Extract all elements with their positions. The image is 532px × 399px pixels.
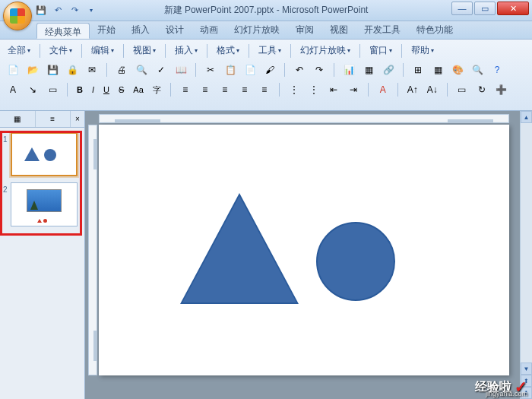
thumb-number: 2 [3, 185, 11, 194]
underline-button[interactable]: U [100, 82, 112, 97]
indent-inc-icon[interactable]: ⇥ [345, 81, 362, 98]
italic-button[interactable]: I [89, 82, 97, 97]
align-right-icon[interactable]: ≡ [217, 81, 233, 98]
color-icon[interactable]: 🎨 [449, 62, 466, 78]
office-button[interactable] [3, 2, 32, 30]
justify-icon[interactable]: ≡ [236, 81, 253, 98]
new-slide-icon[interactable]: ➕ [493, 81, 510, 98]
layout-icon[interactable]: ▭ [454, 81, 470, 98]
font-color2-icon[interactable]: A [375, 81, 391, 98]
vertical-scrollbar[interactable]: ▲ ▼ ⬆ ⬇ [520, 111, 532, 399]
hyperlink-icon[interactable]: 🔗 [380, 62, 397, 78]
menu-help[interactable]: 帮助▾ [408, 43, 437, 59]
toolbar-row-1: 📄 📂 💾 🔒 ✉ 🖨 🔍 ✓ 📖 ✂ 📋 📄 🖌 ↶ ↷ 📊 ▦ 🔗 ⊞ ▦ … [5, 62, 527, 78]
window-title: 新建 PowerPoint 2007.pptx - Microsoft Powe… [164, 4, 369, 17]
menu-insert[interactable]: 插入▾ [172, 43, 201, 59]
tab-developer[interactable]: 开发工具 [356, 21, 409, 39]
arrow-icon[interactable]: ↘ [24, 81, 41, 98]
paste-icon[interactable]: 📄 [242, 62, 258, 78]
cut-icon[interactable]: ✂ [202, 62, 219, 78]
undo-icon[interactable]: ↶ [291, 62, 308, 78]
table-icon[interactable]: ▦ [360, 62, 377, 78]
bold-button[interactable]: B [74, 82, 86, 97]
tab-home[interactable]: 开始 [90, 21, 124, 39]
close-button[interactable]: ✕ [497, 2, 529, 15]
slide-thumbnail-2[interactable] [11, 182, 78, 226]
print-icon[interactable]: 🖨 [113, 62, 130, 78]
redo-icon[interactable]: ↷ [311, 62, 328, 78]
strike-button[interactable]: S [116, 82, 127, 97]
tab-classic-menu[interactable]: 经典菜单 [36, 23, 90, 39]
scroll-track[interactable] [521, 123, 532, 363]
new-icon[interactable]: 📄 [5, 62, 21, 78]
menu-view[interactable]: 视图▾ [130, 43, 159, 59]
grow-font-icon[interactable]: A↑ [404, 81, 421, 98]
vertical-ruler[interactable] [88, 125, 97, 375]
minimize-button[interactable]: — [451, 2, 473, 15]
menu-window[interactable]: 窗口▾ [366, 43, 395, 59]
tab-design[interactable]: 设计 [158, 21, 192, 39]
align-left-icon[interactable]: ≡ [177, 81, 194, 98]
thumb-number: 1 [3, 135, 11, 144]
table-insert-icon[interactable]: ⊞ [410, 62, 426, 78]
qat-dropdown-icon[interactable]: ▾ [85, 5, 97, 17]
font-color-icon[interactable]: A [5, 81, 21, 98]
email-icon[interactable]: ✉ [84, 62, 100, 78]
distribute-icon[interactable]: ≡ [256, 81, 273, 98]
title-bar: 💾 ↶ ↷ ▾ 新建 PowerPoint 2007.pptx - Micros… [0, 0, 532, 21]
tab-animation[interactable]: 动画 [192, 21, 226, 39]
help-icon[interactable]: ? [489, 62, 505, 78]
preview-icon[interactable]: 🔍 [133, 62, 150, 78]
maximize-button[interactable]: ▭ [474, 2, 496, 15]
open-icon[interactable]: 📂 [24, 62, 41, 78]
zoom-icon[interactable]: 🔍 [469, 62, 486, 78]
format-painter-icon[interactable]: 🖌 [261, 62, 278, 78]
research-icon[interactable]: 📖 [173, 62, 189, 78]
undo-icon[interactable]: ↶ [52, 5, 64, 17]
copy-icon[interactable]: 📋 [222, 62, 239, 78]
shrink-font-icon[interactable]: A↓ [424, 81, 441, 98]
chart-icon[interactable]: 📊 [340, 62, 357, 78]
align-center-icon[interactable]: ≡ [197, 81, 214, 98]
watermark-url: jingyanla.com [486, 390, 527, 397]
reset-icon[interactable]: ↻ [473, 81, 490, 98]
thumbnails: 1 2 [0, 128, 84, 237]
tab-slideshow[interactable]: 幻灯片放映 [226, 21, 288, 39]
shape-icon[interactable]: ▭ [44, 81, 61, 98]
menu-bar: 全部▾ 文件▾ 编辑▾ 视图▾ 插入▾ 格式▾ 工具▾ 幻灯片放映▾ 窗口▾ 帮… [5, 43, 527, 59]
tab-view[interactable]: 视图 [322, 21, 356, 39]
slide-thumbnail-1[interactable] [11, 132, 78, 176]
menu-file[interactable]: 文件▾ [46, 43, 75, 59]
bullets-icon[interactable]: ⋮ [286, 81, 302, 98]
menu-format[interactable]: 格式▾ [214, 43, 242, 59]
font-button[interactable]: 字 [150, 82, 164, 97]
permission-icon[interactable]: 🔒 [64, 62, 81, 78]
window-controls: — ▭ ✕ [450, 2, 529, 15]
numbering-icon[interactable]: ⋮ [306, 81, 322, 98]
change-case-button[interactable]: Aa [130, 82, 146, 97]
scroll-down-button[interactable]: ▼ [521, 363, 532, 375]
menu-edit[interactable]: 编辑▾ [88, 43, 117, 59]
spell-icon[interactable]: ✓ [153, 62, 169, 78]
scroll-up-button[interactable]: ▲ [521, 111, 532, 123]
outline-tab[interactable]: ≡ [36, 111, 71, 127]
grid-icon[interactable]: ▦ [429, 62, 446, 78]
menu-tools[interactable]: 工具▾ [255, 43, 284, 59]
panel-close-button[interactable]: × [71, 111, 84, 127]
circle-shape[interactable] [316, 222, 395, 301]
save-icon[interactable]: 💾 [44, 62, 61, 78]
thumbnail-row: 2 [3, 182, 81, 226]
tab-review[interactable]: 审阅 [288, 21, 322, 39]
redo-icon[interactable]: ↷ [68, 5, 81, 17]
tab-addins[interactable]: 特色功能 [409, 21, 461, 39]
slides-tab[interactable]: ▦ [0, 111, 36, 127]
content-area: ▦ ≡ × 1 2 [0, 111, 532, 399]
indent-dec-icon[interactable]: ⇤ [325, 81, 342, 98]
menu-slideshow[interactable]: 幻灯片放映▾ [297, 43, 353, 59]
horizontal-ruler[interactable] [99, 114, 509, 123]
menu-all[interactable]: 全部▾ [5, 43, 33, 59]
triangle-shape[interactable] [182, 196, 296, 302]
save-icon[interactable]: 💾 [35, 5, 47, 17]
tab-insert[interactable]: 插入 [124, 21, 158, 39]
slide-canvas[interactable] [99, 125, 509, 375]
